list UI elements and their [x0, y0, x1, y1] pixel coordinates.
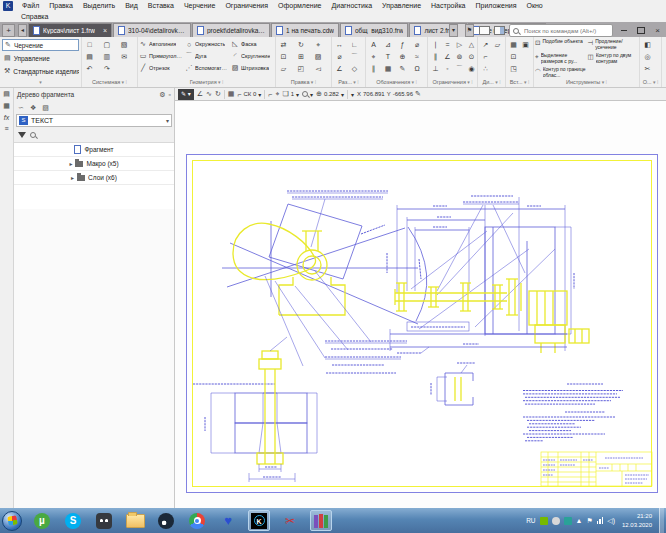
- expand-icon[interactable]: ▸: [69, 160, 72, 167]
- toolbar-icon[interactable]: ◦: [442, 63, 453, 74]
- hatch-button[interactable]: ▨Штриховка: [230, 62, 275, 74]
- toolbar-icon[interactable]: ◉: [466, 63, 477, 74]
- scissors-app-icon[interactable]: ✂: [279, 510, 301, 531]
- toolbar-icon[interactable]: T: [383, 51, 394, 62]
- messenger-tray-icon[interactable]: [564, 517, 572, 525]
- group-label[interactable]: Обозначения: [366, 78, 427, 87]
- toolbar-icon[interactable]: ▢: [101, 39, 112, 50]
- utorrent-icon[interactable]: µ: [31, 510, 53, 531]
- group-label[interactable]: Инструменты: [534, 78, 639, 87]
- toolbar-icon[interactable]: ✉: [119, 51, 130, 62]
- start-button[interactable]: [2, 511, 22, 531]
- toolbar-icon[interactable]: ∴: [480, 63, 491, 74]
- tab-close-icon[interactable]: ×: [103, 27, 107, 34]
- toolbar-icon[interactable]: ⇄: [278, 39, 289, 50]
- toolbar-icon[interactable]: ✂: [642, 63, 653, 74]
- toolbar-icon[interactable]: ◳: [508, 63, 519, 74]
- toolbar-icon[interactable]: ▱: [278, 63, 289, 74]
- taskbar-clock[interactable]: 21:20 12.03.2020: [622, 512, 652, 530]
- toolbar-icon[interactable]: ⊚: [454, 51, 465, 62]
- group-label[interactable]: О...: [640, 78, 661, 87]
- toolbar-icon[interactable]: ∣: [430, 39, 441, 50]
- toolbar-icon[interactable]: ◧: [642, 39, 653, 50]
- toolbar-icon[interactable]: ⌒: [349, 51, 360, 62]
- zoom-tool-dropdown[interactable]: ▾: [302, 91, 313, 98]
- toolbar-icon[interactable]: ⌒: [454, 63, 465, 74]
- group-label[interactable]: Ди...: [478, 78, 505, 87]
- contour-two-contours-button[interactable]: ◫Контур по двум контурам: [587, 52, 640, 66]
- toolbar-icon[interactable]: Ω: [412, 63, 423, 74]
- toolbar-icon[interactable]: A: [368, 39, 379, 50]
- tab-document[interactable]: 1 на печать.cdw: [271, 23, 339, 37]
- group-label[interactable]: Ограничения: [428, 78, 477, 87]
- draw-mode-button[interactable]: ✎ ▾: [178, 89, 194, 100]
- tree-root-item[interactable]: Фрагмент: [14, 143, 174, 157]
- kompas-taskbar-icon[interactable]: K: [248, 510, 270, 531]
- group-label[interactable]: Раз...: [332, 78, 365, 87]
- toolbar-icon[interactable]: ∠: [442, 51, 453, 62]
- toolbar-icon[interactable]: ≈: [412, 51, 423, 62]
- update-tray-icon[interactable]: ▲: [576, 517, 583, 525]
- ortho-icon[interactable]: ⌐: [268, 91, 272, 98]
- tree-item-layers[interactable]: ▸ Слои (x6): [14, 171, 174, 185]
- group-label[interactable]: Правка: [276, 78, 331, 87]
- toolbar-icon[interactable]: ⌀: [412, 39, 423, 50]
- filter-objects-icon[interactable]: ∽: [18, 104, 24, 112]
- toolbar-icon[interactable]: ✎: [397, 63, 408, 74]
- gear-icon[interactable]: ⚙: [159, 91, 165, 99]
- autoline-button[interactable]: ∿Автолиния: [138, 38, 184, 50]
- segment-button[interactable]: ╱Отрезок: [138, 62, 184, 74]
- menu-item[interactable]: Вид: [120, 0, 143, 12]
- flag-icon[interactable]: ⚑: [586, 517, 592, 525]
- toolbar-icon[interactable]: ⊞: [295, 51, 306, 62]
- nav-drawing-button[interactable]: ✎ Черчение: [2, 39, 79, 51]
- toolbar-icon[interactable]: ⊙: [466, 51, 477, 62]
- chrome-icon[interactable]: [186, 510, 208, 531]
- maximize-button[interactable]: [634, 25, 647, 36]
- menu-item[interactable]: Оформление: [273, 0, 326, 12]
- toolbar-icon[interactable]: ∥: [430, 51, 441, 62]
- toolbar-icon[interactable]: ⊡: [508, 51, 519, 62]
- app-tray-icon[interactable]: [552, 517, 560, 525]
- menu-item[interactable]: Черчение: [179, 0, 221, 12]
- list-panel-icon[interactable]: ≡: [4, 125, 8, 132]
- snap-icon[interactable]: ⌖: [275, 90, 279, 98]
- object-copy-button[interactable]: ⊡Подобие объекта: [534, 38, 587, 52]
- extend-trim-button[interactable]: ⊣Продление/усечение: [587, 38, 640, 52]
- toolbar-icon[interactable]: ⌖: [313, 39, 324, 50]
- arc-button[interactable]: ⌒Дуга: [184, 50, 230, 62]
- steam-icon[interactable]: [155, 510, 177, 531]
- toolbar-icon[interactable]: ◰: [295, 63, 306, 74]
- toolbar-icon[interactable]: ◎: [642, 51, 653, 62]
- toolbar-icon[interactable]: ⌐: [480, 51, 491, 62]
- tab-scroll-left[interactable]: ◂: [18, 24, 27, 37]
- chevron-down-icon[interactable]: ▾: [351, 91, 354, 98]
- layout-split-icon[interactable]: [494, 26, 505, 35]
- toolbar-icon[interactable]: ▦: [508, 39, 519, 50]
- panel-dock-icon[interactable]: ▫: [169, 91, 171, 99]
- search-icon[interactable]: [30, 132, 36, 138]
- snap-curve-icon[interactable]: ∿: [206, 90, 212, 98]
- group-label[interactable]: Вст...: [506, 78, 533, 87]
- toolbar-icon[interactable]: ↗: [480, 39, 491, 50]
- tab-document[interactable]: 310-04\detalirovka31...: [113, 23, 191, 37]
- grid-icon[interactable]: ▦: [228, 90, 235, 98]
- rectangle-button[interactable]: ▭Прямоугольник: [138, 50, 184, 62]
- menu-item[interactable]: Выделить: [78, 0, 120, 12]
- toolbar-icon[interactable]: ▱: [492, 39, 503, 50]
- layout-single-icon[interactable]: [479, 26, 490, 35]
- snap-angle-icon[interactable]: ∠: [197, 90, 203, 98]
- toolbar-icon[interactable]: ◇: [349, 63, 360, 74]
- select-dimensions-button[interactable]: ⌖Выделение размеров с ру...: [534, 52, 587, 66]
- zoom-value-dropdown[interactable]: ⊕ 0.282 ▾: [316, 90, 344, 98]
- drawing-sheet[interactable]: [175, 101, 666, 508]
- search-input[interactable]: [522, 27, 609, 35]
- relations-icon[interactable]: ❖: [30, 104, 36, 112]
- nav-standard-parts-button[interactable]: ⚒ Стандартные изделия: [2, 65, 79, 77]
- tab-document[interactable]: proekt\detalirovka31...: [192, 23, 270, 37]
- toolbar-icon[interactable]: ⊡: [278, 51, 289, 62]
- toolbar-icon[interactable]: ∠: [334, 63, 345, 74]
- menu-item[interactable]: Ограничения: [220, 0, 273, 12]
- menu-item[interactable]: Вставка: [143, 0, 179, 12]
- toolbar-icon[interactable]: ⌀: [334, 51, 345, 62]
